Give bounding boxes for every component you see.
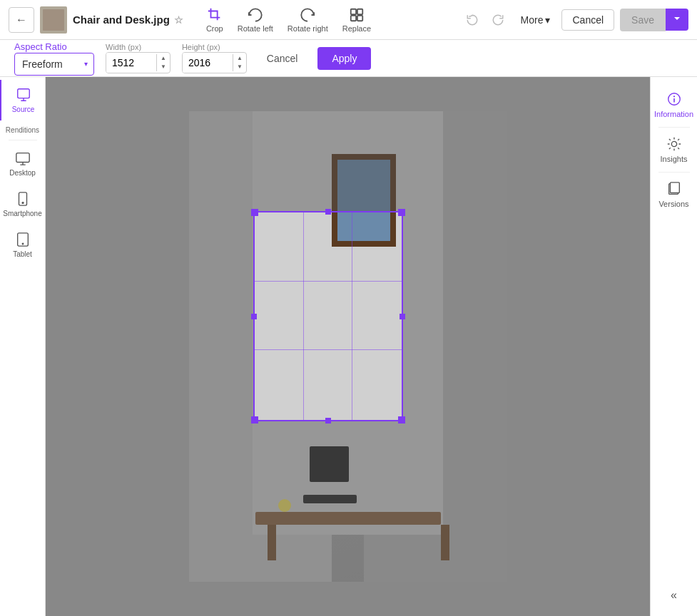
versions-icon	[666, 181, 682, 197]
insights-label: Insights	[661, 155, 688, 163]
crop-handle-bottom-left[interactable]	[251, 416, 258, 423]
sidebar-item-smartphone[interactable]: Smartphone	[0, 184, 45, 225]
sidebar-source-label: Source	[12, 106, 35, 113]
dim-overlay-left	[189, 211, 253, 421]
svg-rect-0	[351, 9, 356, 14]
crop-handle-mid-left[interactable]	[251, 314, 257, 319]
sidebar-item-source[interactable]: Source	[0, 80, 45, 120]
crop-handle-top-mid[interactable]	[325, 209, 331, 215]
tablet-icon	[15, 232, 31, 247]
crop-tool[interactable]: Crop	[206, 7, 223, 33]
information-label: Information	[654, 110, 693, 118]
file-thumbnail	[40, 6, 67, 34]
save-dropdown-button[interactable]	[666, 9, 688, 31]
sidebar-desktop-label: Desktop	[9, 169, 36, 177]
height-label: Height (px)	[182, 43, 247, 51]
grid-line-h1	[255, 281, 402, 282]
replace-tool[interactable]: Replace	[342, 7, 371, 33]
svg-rect-2	[351, 15, 356, 20]
right-panel-insights[interactable]: Insights	[651, 128, 697, 172]
crop-overlay[interactable]	[253, 211, 403, 421]
crop-handle-top-left[interactable]	[251, 209, 258, 216]
height-spinners: ▲ ▼	[233, 54, 246, 71]
undo-button[interactable]	[461, 9, 484, 31]
canvas-area[interactable]	[46, 77, 650, 616]
aspect-ratio-label: Aspect Ratio	[14, 41, 94, 52]
dim-overlay-bottom	[189, 421, 507, 582]
svg-point-7	[22, 202, 24, 204]
save-main-button[interactable]: Save	[620, 9, 666, 31]
sidebar-tablet-label: Tablet	[13, 250, 32, 258]
apply-button[interactable]: Apply	[317, 47, 371, 70]
desktop-icon	[15, 150, 31, 166]
right-panel: Information Insights Versions «	[650, 77, 697, 616]
more-button[interactable]: More ▾	[515, 10, 556, 30]
height-group: Height (px) ▲ ▼	[182, 43, 247, 73]
redo-button[interactable]	[487, 9, 509, 31]
width-input-wrapper: ▲ ▼	[106, 52, 171, 73]
crop-cancel-button[interactable]: Cancel	[258, 48, 307, 69]
width-group: Width (px) ▲ ▼	[106, 43, 171, 73]
height-down-button[interactable]: ▼	[233, 63, 246, 71]
svg-point-13	[671, 141, 676, 146]
left-sidebar: Source Renditions Desktop Smartphone	[0, 77, 46, 616]
top-toolbar: ← Chair and Desk.jpg ☆ Crop Rotate left	[0, 0, 697, 40]
dim-overlay-top	[189, 111, 507, 211]
sidebar-item-tablet[interactable]: Tablet	[0, 225, 45, 265]
crop-label: Crop	[206, 24, 223, 33]
aspect-ratio-group: Aspect Ratio Freeform 1:1 4:3 16:9 ▾	[14, 41, 94, 76]
rotate-right-tool[interactable]: Rotate right	[288, 7, 328, 33]
crop-handle-bottom-mid[interactable]	[325, 418, 331, 423]
collapse-icon: «	[671, 589, 677, 601]
grid-line-v2	[352, 212, 352, 420]
dim-overlay-right	[403, 211, 507, 421]
svg-rect-5	[16, 153, 29, 163]
svg-rect-4	[17, 89, 29, 98]
crop-grid	[255, 212, 402, 420]
width-label: Width (px)	[106, 43, 171, 51]
svg-point-9	[22, 243, 23, 244]
insights-icon	[666, 136, 682, 152]
crop-toolbar: Aspect Ratio Freeform 1:1 4:3 16:9 ▾ Wid…	[0, 40, 697, 77]
svg-rect-3	[357, 15, 362, 20]
back-icon: ←	[16, 14, 27, 26]
aspect-ratio-select-wrapper: Freeform 1:1 4:3 16:9 ▾	[14, 53, 94, 76]
svg-rect-15	[670, 183, 679, 193]
sidebar-divider-1	[9, 140, 37, 140]
versions-label: Versions	[658, 200, 688, 208]
width-down-button[interactable]: ▼	[157, 63, 170, 71]
information-icon	[666, 91, 682, 107]
sidebar-smartphone-label: Smartphone	[3, 210, 41, 217]
width-spinners: ▲ ▼	[156, 54, 170, 71]
replace-label: Replace	[342, 24, 371, 33]
source-icon	[16, 87, 31, 103]
image-container	[189, 111, 507, 582]
file-title: Chair and Desk.jpg ☆	[73, 14, 183, 26]
crop-handle-bottom-right[interactable]	[398, 416, 405, 423]
main-area: Source Renditions Desktop Smartphone	[0, 77, 697, 616]
rotate-left-tool[interactable]: Rotate left	[238, 7, 273, 33]
smartphone-icon	[15, 191, 31, 207]
height-up-button[interactable]: ▲	[233, 54, 246, 63]
right-panel-versions[interactable]: Versions	[651, 173, 697, 217]
cancel-button[interactable]: Cancel	[561, 9, 614, 31]
width-input[interactable]	[106, 53, 156, 73]
tool-group: Crop Rotate left Rotate right	[206, 7, 371, 33]
grid-line-h2	[255, 349, 402, 350]
save-button-group: Save	[620, 9, 688, 31]
sidebar-item-desktop[interactable]: Desktop	[0, 143, 45, 184]
height-input-wrapper: ▲ ▼	[182, 52, 247, 73]
crop-handle-top-right[interactable]	[398, 209, 405, 216]
aspect-ratio-select[interactable]: Freeform 1:1 4:3 16:9	[15, 53, 93, 75]
collapse-button[interactable]: «	[665, 583, 683, 607]
back-button[interactable]: ←	[9, 7, 34, 33]
rotate-left-label: Rotate left	[238, 24, 273, 33]
crop-handle-mid-right[interactable]	[400, 314, 405, 319]
star-icon[interactable]: ☆	[174, 14, 183, 26]
height-input[interactable]	[183, 53, 233, 73]
right-panel-information[interactable]: Information	[651, 83, 697, 127]
rotate-right-label: Rotate right	[288, 24, 328, 33]
svg-rect-1	[357, 9, 362, 14]
renditions-label: Renditions	[6, 120, 39, 137]
width-up-button[interactable]: ▲	[157, 54, 170, 63]
